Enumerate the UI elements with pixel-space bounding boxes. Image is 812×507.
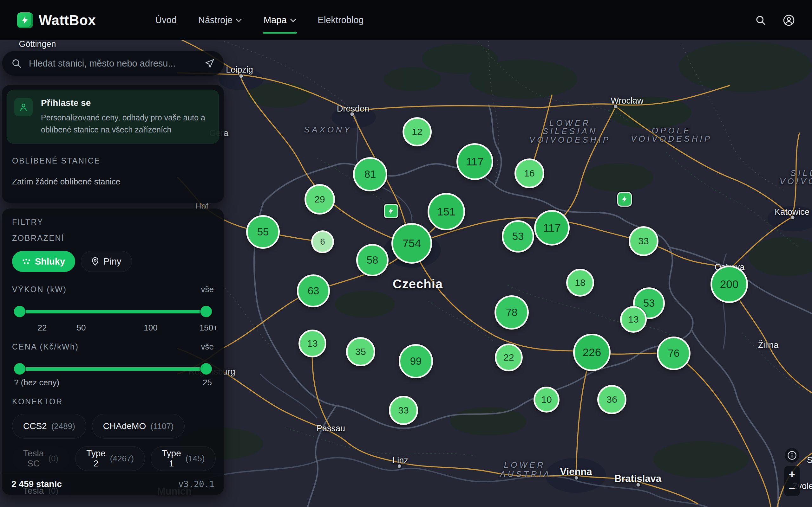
power-slider-handle-max[interactable]	[200, 306, 212, 317]
connector-chip-chademo[interactable]: CHAdeMO(1107)	[92, 414, 185, 439]
favorites-header: OBLÍBENÉ STANICE	[12, 156, 219, 165]
account-button[interactable]	[783, 14, 795, 26]
nav-item-uvod[interactable]: Úvod	[154, 12, 177, 28]
search-input[interactable]	[28, 58, 198, 69]
search-icon	[755, 14, 766, 26]
station-cluster-marker[interactable]: 35	[346, 337, 375, 366]
connector-count: (1107)	[150, 421, 173, 431]
user-icon	[14, 98, 33, 116]
connector-count: (0)	[48, 454, 58, 464]
connector-name: CCS2	[23, 421, 47, 431]
connector-name: Type 1	[162, 448, 181, 469]
station-cluster-marker[interactable]: 13	[620, 306, 647, 333]
wattbox-logo-icon	[17, 12, 33, 28]
station-cluster-marker[interactable]: 63	[297, 274, 330, 307]
station-cluster-marker[interactable]: 53	[502, 220, 534, 252]
login-card[interactable]: Přihlaste se Personalizované ceny, odhad…	[7, 90, 219, 144]
station-cluster-marker[interactable]: 33	[629, 226, 658, 256]
station-cluster-marker[interactable]: 10	[534, 387, 560, 412]
power-tick-label: 100	[144, 323, 157, 333]
login-description: Personalizované ceny, odhady pro vaše au…	[41, 112, 212, 135]
view-mode-label: ZOBRAZENÍ	[12, 233, 214, 243]
nav-label: Mapa	[264, 15, 287, 25]
brand-name: WattBox	[39, 12, 96, 28]
search-icon	[11, 58, 22, 69]
station-cluster-marker[interactable]: 200	[711, 266, 748, 303]
pins-toggle-button[interactable]: Piny	[81, 251, 132, 272]
station-cluster-marker[interactable]: 76	[657, 337, 691, 370]
station-cluster-marker[interactable]: 78	[495, 295, 529, 330]
station-cluster-marker[interactable]: 81	[353, 157, 387, 191]
send-location-icon	[205, 58, 215, 68]
power-filter-label: VÝKON (kW)	[12, 285, 67, 294]
user-account-icon	[783, 14, 795, 26]
pins-toggle-label: Piny	[103, 257, 121, 267]
nav-search-button[interactable]	[755, 14, 766, 26]
connector-count: (2489)	[51, 421, 75, 431]
nav-item-nastroje[interactable]: Nástroje	[198, 12, 243, 28]
charging-station-marker[interactable]	[384, 204, 398, 218]
connector-header: KONEKTOR	[12, 397, 214, 406]
zoom-out-button[interactable]: −	[784, 481, 800, 495]
station-cluster-marker[interactable]: 29	[305, 184, 335, 215]
map-pin-icon	[91, 257, 99, 266]
zoom-in-button[interactable]: +	[784, 467, 800, 481]
station-cluster-marker[interactable]: 58	[356, 244, 389, 276]
station-cluster-marker[interactable]: 36	[597, 385, 626, 414]
station-cluster-marker[interactable]: 117	[534, 210, 570, 245]
map-info-button[interactable]	[785, 448, 799, 463]
station-cluster-marker[interactable]: 13	[299, 330, 326, 357]
station-cluster-marker[interactable]: 754	[392, 223, 432, 264]
price-slider-handle-max[interactable]	[200, 363, 212, 375]
brand[interactable]: WattBox	[17, 12, 96, 28]
price-max-label: 25	[203, 378, 212, 388]
view-mode-toggle: Shluky Piny	[12, 251, 214, 272]
price-slider-handle-min[interactable]	[14, 363, 26, 375]
info-icon	[787, 451, 797, 460]
price-filter-label: CENA (Kč/kWh)	[12, 342, 79, 351]
station-cluster-marker[interactable]: 226	[573, 334, 611, 371]
chevron-down-icon	[290, 18, 296, 22]
locate-button[interactable]	[205, 58, 215, 68]
power-filter-value: vše	[201, 285, 214, 294]
app-version: v3.20.1	[178, 479, 214, 489]
station-cluster-marker[interactable]: 18	[566, 269, 594, 297]
power-tick-label: 22	[38, 323, 47, 333]
filters-header: FILTRY	[12, 217, 214, 227]
connector-chip-tesla-sc[interactable]: Tesla SC(0)	[12, 446, 69, 471]
nav-item-mapa[interactable]: Mapa	[263, 12, 297, 28]
station-cluster-marker[interactable]: 99	[399, 344, 433, 378]
nav-label: Nástroje	[198, 15, 233, 25]
price-slider-track	[18, 367, 207, 371]
nav-item-elektroblog[interactable]: Elektroblog	[317, 12, 364, 28]
connector-name: Tesla SC	[23, 448, 44, 469]
connector-name: CHAdeMO	[103, 421, 146, 431]
connector-chip-ccs2[interactable]: CCS2(2489)	[12, 414, 86, 439]
nav-right-icons	[755, 14, 795, 26]
price-slider-ticks: ? (bez ceny) 25	[14, 378, 212, 388]
connector-count: (145)	[186, 454, 205, 464]
power-tick-label: 50	[77, 323, 86, 333]
lightning-icon	[621, 196, 628, 203]
charging-station-marker[interactable]	[617, 192, 632, 207]
power-slider-track	[18, 310, 207, 314]
station-cluster-marker[interactable]: 16	[514, 158, 544, 188]
station-cluster-marker[interactable]: 33	[389, 396, 418, 425]
clusters-toggle-button[interactable]: Shluky	[12, 251, 75, 272]
station-cluster-marker[interactable]: 22	[495, 343, 523, 372]
station-cluster-marker[interactable]: 6	[311, 230, 334, 253]
nav-label: Úvod	[155, 15, 177, 25]
station-count: 2 459 stanic	[11, 479, 62, 489]
connector-count: (4267)	[110, 454, 134, 464]
power-slider-handle-min[interactable]	[14, 306, 26, 317]
station-cluster-marker[interactable]: 55	[246, 215, 280, 249]
price-filter-value: vše	[201, 342, 214, 352]
station-cluster-marker[interactable]: 12	[403, 117, 432, 147]
connector-chip-type-1[interactable]: Type 1(145)	[151, 446, 216, 471]
lightning-icon	[388, 208, 395, 215]
station-cluster-marker[interactable]: 117	[456, 143, 493, 180]
station-cluster-marker[interactable]: 151	[427, 193, 465, 230]
connector-chip-type-2[interactable]: Type 2(4267)	[75, 446, 145, 471]
station-search-bar	[2, 51, 224, 76]
favorites-empty-text: Zatím žádné oblíbené stanice	[12, 177, 219, 187]
